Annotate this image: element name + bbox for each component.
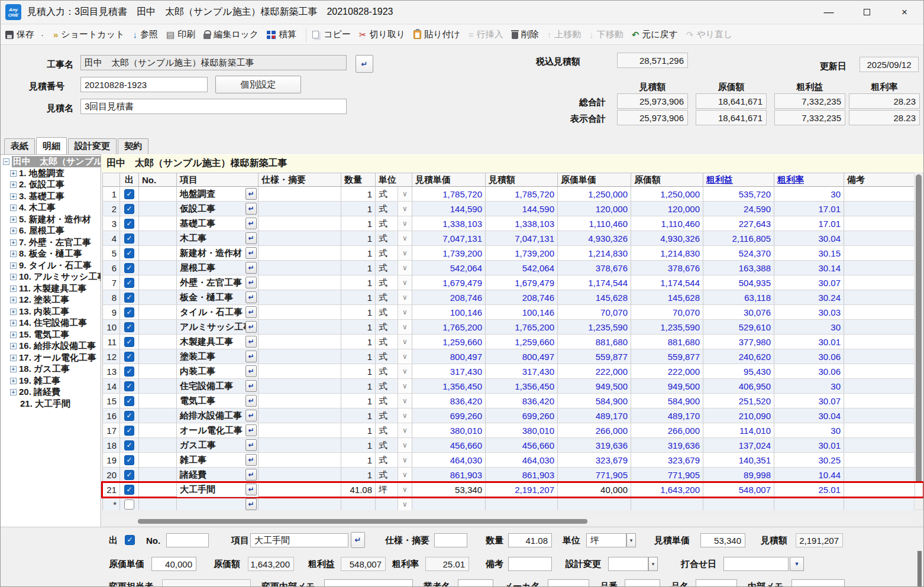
expand-icon[interactable]: + <box>10 343 17 349</box>
row-checkbox[interactable]: ✓ <box>124 263 134 273</box>
detail-item-detail-button[interactable]: ↵ <box>351 532 365 548</box>
detail-spec-field[interactable] <box>434 533 467 547</box>
tab-2[interactable]: 明細 <box>36 137 67 154</box>
expand-icon[interactable]: + <box>10 205 17 211</box>
expand-icon[interactable]: + <box>10 366 17 372</box>
table-row[interactable]: 17✓オール電化工事↵1式∨380,010380,010266,000266,0… <box>102 423 923 438</box>
item-detail-button[interactable]: ↵ <box>245 262 257 274</box>
table-row[interactable]: 13✓内装工事↵1式∨317,430317,430222,000222,0009… <box>102 364 923 379</box>
table-row[interactable]: 2✓仮設工事↵1式∨144,590144,590120,000120,00024… <box>102 202 923 216</box>
grid-header-note[interactable]: 備考 <box>844 173 915 187</box>
tree-item-9[interactable]: +9. タイル・石工事 <box>1 260 101 272</box>
detail-extra-field[interactable] <box>324 579 413 587</box>
unit-dropdown[interactable]: ∨ <box>398 438 412 452</box>
item-detail-button[interactable]: ↵ <box>245 454 257 466</box>
item-detail-button[interactable]: ↵ <box>245 380 257 392</box>
expand-icon[interactable]: + <box>10 286 17 292</box>
grid-horizontal-scrollbar-thumb[interactable] <box>138 519 587 524</box>
detail-out-checkbox[interactable]: ✓ <box>125 535 135 545</box>
detail-cost-unit-field[interactable]: 40,000 <box>151 557 196 571</box>
item-detail-button[interactable]: ↵ <box>245 484 257 495</box>
detail-extra-field[interactable] <box>162 579 251 587</box>
detail-extra-field[interactable] <box>625 579 660 587</box>
item-detail-button[interactable]: ↵ <box>245 410 257 421</box>
expand-icon[interactable]: + <box>10 216 17 223</box>
expand-icon[interactable]: + <box>10 332 17 338</box>
row-checkbox[interactable]: ✓ <box>124 219 134 229</box>
row-checkbox[interactable]: ✓ <box>124 293 134 303</box>
row-checkbox[interactable]: ✓ <box>124 337 134 347</box>
detail-vertical-scrollbar[interactable] <box>917 551 922 587</box>
grid-header-qty[interactable]: 数量 <box>341 173 376 187</box>
item-detail-button[interactable]: ↵ <box>245 469 257 481</box>
unit-dropdown[interactable]: ∨ <box>398 423 412 437</box>
estimate-number-field[interactable]: 20210828-1923 <box>80 77 208 92</box>
toolbar-print-button[interactable]: ▤印刷 <box>166 29 195 40</box>
detail-item-field[interactable]: 大工手間 <box>250 533 348 547</box>
item-detail-button[interactable]: ↵ <box>245 203 257 215</box>
table-row[interactable]: 11✓木製建具工事↵1式∨1,259,6601,259,660881,68088… <box>102 335 923 349</box>
table-row[interactable]: 1✓地盤調査↵1式∨1,785,7201,785,7201,250,0001,2… <box>102 187 923 202</box>
item-detail-button[interactable]: ↵ <box>245 188 257 200</box>
detail-extra-field[interactable] <box>791 579 845 587</box>
toolbar-save-button[interactable]: 保存· <box>5 29 45 40</box>
minimize-button[interactable]: — <box>810 1 848 24</box>
item-detail-button[interactable]: ↵ <box>245 439 257 451</box>
row-checkbox[interactable]: ✓ <box>124 278 134 288</box>
detail-note-field[interactable] <box>508 557 552 571</box>
unit-dropdown[interactable]: ∨ <box>398 231 412 245</box>
expand-icon[interactable]: + <box>10 251 17 257</box>
unit-dropdown[interactable]: ∨ <box>398 202 412 216</box>
table-row[interactable]: 3✓基礎工事↵1式∨1,338,1031,338,1031,110,4601,1… <box>102 216 923 231</box>
table-row[interactable]: 6✓屋根工事↵1式∨542,064542,064378,676378,67616… <box>102 261 923 275</box>
tab-4[interactable]: 契約 <box>118 138 148 154</box>
save-dropdown-icon[interactable]: · <box>41 30 44 40</box>
row-checkbox[interactable]: ✓ <box>124 396 134 406</box>
unit-dropdown[interactable]: ∨ <box>398 187 412 201</box>
expand-icon[interactable]: + <box>10 274 17 280</box>
table-row[interactable]: 10✓アルミサッシ工事↵1式∨1,765,2001,765,2001,235,5… <box>102 320 923 335</box>
tab-3[interactable]: 設計変更 <box>68 138 117 154</box>
detail-vertical-scrollbar-thumb[interactable] <box>917 551 922 587</box>
tree-item-21[interactable]: 21. 大工手間 <box>1 398 101 410</box>
tree-item-4[interactable]: +4. 木工事 <box>1 202 101 214</box>
row-checkbox[interactable]: ✓ <box>124 307 134 317</box>
expand-icon[interactable]: + <box>10 389 17 395</box>
toolbar-del-button[interactable]: 削除 <box>512 29 539 40</box>
toolbar-shortcut-button[interactable]: »ショートカット <box>53 29 124 40</box>
close-button[interactable]: × <box>886 1 923 24</box>
item-detail-button[interactable]: ↵ <box>245 424 257 436</box>
detail-no-field[interactable] <box>166 533 209 547</box>
table-row[interactable]: 8✓板金・樋工事↵1式∨208,746208,746145,628145,628… <box>102 290 923 305</box>
tree-item-2[interactable]: +2. 仮設工事 <box>1 179 101 191</box>
tree-item-18[interactable]: +18. ガス工事 <box>1 364 101 375</box>
row-checkbox[interactable]: ✓ <box>124 322 134 332</box>
row-checkbox[interactable]: ✓ <box>124 381 134 391</box>
detail-unit-field[interactable]: 坪 <box>586 533 626 547</box>
toolbar-browse-button[interactable]: ↓参照 <box>133 29 158 40</box>
unit-dropdown[interactable]: ∨ <box>398 364 412 378</box>
row-checkbox[interactable]: ✓ <box>124 233 134 244</box>
tree-item-17[interactable]: +17. オール電化工事 <box>1 352 101 364</box>
unit-dropdown[interactable]: ∨ <box>398 482 412 497</box>
expand-icon[interactable]: + <box>10 193 17 200</box>
individual-settings-button[interactable]: 個別設定 <box>215 76 301 93</box>
toolbar-undo-button[interactable]: ↶元に戻す <box>632 29 678 40</box>
item-detail-button[interactable]: ↵ <box>245 218 257 229</box>
unit-dropdown[interactable]: ∨ <box>398 305 412 319</box>
expand-icon[interactable]: + <box>10 297 17 303</box>
table-row[interactable]: 16✓給排水設備工事↵1式∨699,260699,260489,170489,1… <box>102 408 923 423</box>
expand-icon[interactable]: + <box>10 170 17 177</box>
detail-design-change-field[interactable] <box>608 557 648 571</box>
toolbar-calc-button[interactable]: 積算 <box>267 29 296 40</box>
project-name-field[interactable]: 田中 太郎（サンプル施主）様邸新築工事 <box>80 55 347 70</box>
grid-vertical-scrollbar[interactable] <box>914 173 923 510</box>
row-checkbox[interactable]: ✓ <box>124 470 134 480</box>
tree-item-19[interactable]: +19. 雑工事 <box>1 375 101 387</box>
detail-qty-field[interactable]: 41.08 <box>508 533 552 547</box>
table-row[interactable]: 21✓大工手間↵41.08坪∨53,3402,191,20740,0001,64… <box>102 482 923 497</box>
collapse-icon[interactable]: − <box>3 158 9 165</box>
tree-item-6[interactable]: +6. 屋根工事 <box>1 225 101 237</box>
expand-icon[interactable]: + <box>10 239 17 246</box>
row-checkbox[interactable]: ✓ <box>124 411 134 421</box>
